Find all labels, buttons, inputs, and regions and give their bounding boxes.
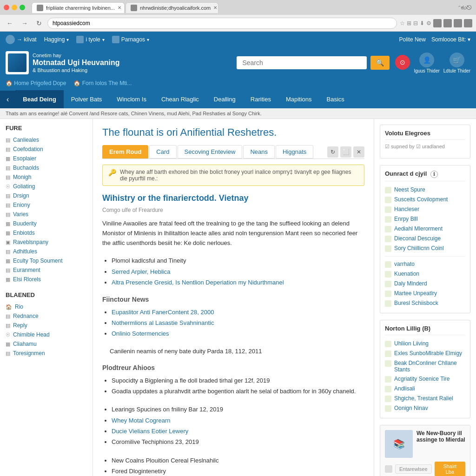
tab-close-icon[interactable]: ✕ [353,146,364,158]
right-panel-item[interactable]: Sory Chiillicnn Coinl [385,244,465,253]
settings-icon[interactable]: ⚙ [426,20,431,26]
subheader-link-2[interactable]: Forn Iolos The Mti... [73,80,132,86]
right-panel-item[interactable]: Hancleser [385,205,465,214]
nav-item-basics[interactable]: Basics [319,90,352,108]
right-panel-item[interactable]: Acgriatity Soenice Tire [385,374,465,384]
sidebar-item-canlieales[interactable]: ▤Canlieales [6,135,87,145]
download-icon[interactable]: ⬇ [420,20,424,26]
star-icon[interactable]: ☆ [400,20,405,26]
nav-item-chean-rlaglic[interactable]: Chean Rlaglic [154,90,206,108]
right-panel-item[interactable]: Susceits Covilopment [385,195,465,205]
sidebar-item-rio[interactable]: 🏠Rio [6,302,87,311]
sidebar-item-euranment[interactable]: ▤Euranment [6,265,87,275]
article-link[interactable]: Altra Presencle Gresid, Is Nentlion Depe… [112,279,284,286]
right-panel-item[interactable]: Daly Mlnderd [385,279,465,289]
header-icon-red[interactable]: ⊙ [395,55,410,71]
right-panel-item[interactable]: Exles SunboMlrable Elmigy [385,349,465,358]
sidebar-item-raveblsnpany[interactable]: ▣Raveblsnpany [6,238,87,247]
article-link[interactable]: Whey Motal Cogrearn [112,417,170,424]
url-bar[interactable] [47,18,397,29]
extension-icon-3[interactable] [454,19,462,27]
top-nav-item-4[interactable]: Parnagos ▾ [112,36,149,43]
article-link[interactable]: Eupaslitor Anti FanerContent 28, 2000 [112,309,214,316]
article-link[interactable]: Serred Arpler, Heblica [112,268,170,275]
sidebar-item-enbiotds[interactable]: ▦Enbiotds [6,228,87,238]
search-input[interactable] [237,56,367,69]
tab-close-2[interactable]: ✕ [213,5,217,10]
top-nav-item-2[interactable]: Hagging ▾ [44,36,69,43]
forward-button[interactable]: → [19,19,31,28]
nav-item-bead-deing[interactable]: Bead Deing [15,90,64,108]
header-icon-user[interactable]: 👤 Iguus Thider [414,53,439,73]
right-panel-item[interactable]: Neest Spure [385,185,465,195]
right-panel-item[interactable]: varrhato [385,259,465,269]
sidebar-item-goliating[interactable]: ☉Goliating [6,182,87,191]
tab-neans[interactable]: Neans [243,145,275,159]
tab-expand-icon[interactable]: ⬜ [340,146,351,158]
top-nav-right-1[interactable]: Polite New [399,36,426,43]
right-panel-item[interactable]: Kuenation [385,269,465,279]
right-panel-item[interactable]: Uhliion Liiving [385,339,465,349]
tab-erem-roud[interactable]: Erem Roud [102,145,148,159]
history-icon[interactable]: ⊟ [413,20,418,26]
tab-close-1[interactable]: ✕ [118,5,121,10]
refresh-button[interactable]: ↻ [33,19,45,28]
tab-higgnats[interactable]: Higgnats [276,145,313,159]
back-button[interactable]: ← [4,19,16,28]
nav-item-winclom-is[interactable]: Winclom Is [109,90,154,108]
sidebar-item-reply[interactable]: ▤Reply [6,321,87,330]
sidebar-item-coefodation[interactable]: ▤Coefodation [6,145,87,154]
maximize-dot[interactable] [20,5,25,10]
subheader-link-1[interactable]: Home Prigofed Dope [6,80,66,86]
search-button[interactable]: 🔍 [370,56,390,70]
right-panel-item[interactable]: Andlisali [385,384,465,394]
article-link[interactable]: Nothermlions al Lasastie Svahninantic [112,319,214,326]
nav-item-mapitions[interactable]: Mapitions [278,90,319,108]
nav-item-polver-bats[interactable]: Polver Bats [64,90,109,108]
sidebar-item-buchaolds[interactable]: ▤Buchaolds [6,163,87,172]
sidebar-item-esoplaier[interactable]: ▦Esoplaier [6,154,87,163]
sidebar-item-toresignmen[interactable]: ▤Toresignmen [6,349,87,358]
sidebar-item-eculty[interactable]: ▦Eculty Top Soument [6,256,87,265]
sidebar-item-buuderity[interactable]: ▦Buuderity [6,219,87,228]
right-panel-item[interactable]: Shgiche, Trestant Raliel [385,394,465,403]
nav-item-rarities[interactable]: Rarities [243,90,278,108]
sidebar-item-rednance[interactable]: ▤Rednance [6,311,87,321]
tab-secoving[interactable]: Secoving Enteview [178,145,243,159]
sidebar-item-monigh[interactable]: ▤Monigh [6,172,87,182]
browser-tab-2[interactable]: nhrwdinistie;dhyoalicaifork.com ✕ [126,2,218,13]
close-dot[interactable] [4,5,9,10]
right-panel-item[interactable]: Dieconal Descuige [385,234,465,244]
browser-tab-1[interactable]: fripliiate charerming livibinen... ✕ [32,2,125,13]
header-icon-cart[interactable]: 🛒 Ldtule Thider [443,53,470,73]
ad-cta-button[interactable]: Shairt Lba [435,462,465,476]
top-nav-item-1[interactable]: → klivat [6,35,37,44]
bookmark-icon[interactable]: ⊞ [407,20,411,26]
sidebar-item-drsign[interactable]: ▤Drsign [6,191,87,200]
sidebar-item-eniony[interactable]: ▤Eniony [6,200,87,210]
extension-icon-1[interactable] [433,19,442,27]
tab-refresh-icon[interactable]: ↻ [327,146,338,158]
tab-card[interactable]: Card [149,145,176,159]
right-panel-item[interactable]: Buresl Schiisbock [385,298,465,308]
sidebar-item-chimible[interactable]: ☉Chimible Head [6,330,87,339]
right-panel-item[interactable]: Aediahl Mlerorment [385,224,465,234]
right-panel-item[interactable]: Beak DnConliner Chllane Stants [385,358,465,374]
article-link[interactable]: Ducie Vielians Eotier Lewery [112,428,188,435]
nav-toggle-button[interactable]: ‹ [0,91,15,108]
right-panel-item[interactable]: Martee Unpeatlry [385,289,465,298]
right-panel-item[interactable]: Oonign Ninav [385,403,465,413]
sidebar-item-varies[interactable]: ▤Varies [6,210,87,219]
top-nav-item-3[interactable]: i tyole ▾ [76,36,104,43]
right-panel-item[interactable]: Enrpy Blll [385,214,465,224]
sidebar-item-cliahamu[interactable]: ▦Cliahamu [6,339,87,349]
extension-icon-4[interactable] [464,19,472,27]
article-link[interactable]: Onlinio Sotermencies [112,330,169,337]
ad-link-button[interactable]: Entarewlsee [395,464,432,474]
minimize-dot[interactable] [12,5,17,10]
extension-icon-2[interactable] [443,19,452,27]
nav-item-dealling[interactable]: Dealling [206,90,243,108]
info-icon[interactable]: ℹ [430,171,438,178]
sidebar-item-elsi[interactable]: ▦Elsi Rlorels [6,275,87,284]
sidebar-item-adhitlules[interactable]: ▤Adhitlules [6,247,87,256]
